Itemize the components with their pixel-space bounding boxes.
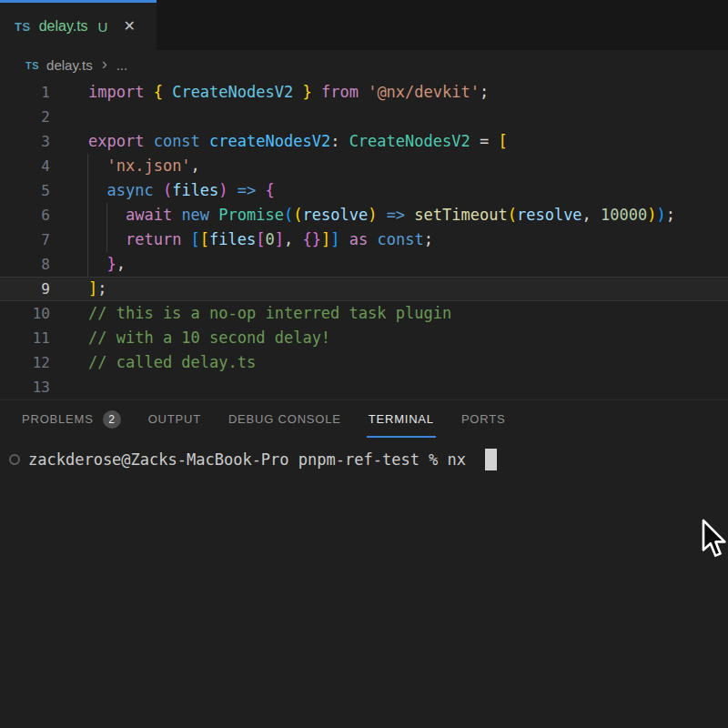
code-line[interactable]: 9]; — [0, 277, 728, 301]
code-token: export — [88, 132, 154, 150]
line-number[interactable]: 5 — [0, 178, 50, 203]
code-token: [ — [191, 230, 200, 248]
code-line[interactable]: 13 — [0, 375, 728, 399]
line-number[interactable]: 12 — [0, 350, 50, 375]
line-number[interactable]: 13 — [0, 375, 50, 399]
code-token: => — [228, 181, 266, 199]
code-token: ] — [321, 230, 330, 248]
code-token: ; — [424, 230, 433, 248]
code-token — [88, 255, 106, 273]
git-untracked-badge: U — [98, 19, 108, 35]
code-token: } — [302, 83, 311, 101]
code-line-text: ]; — [50, 278, 107, 300]
code-token: ( — [508, 206, 517, 224]
code-token: , — [116, 255, 126, 273]
code-token: CreateNodesV2 — [172, 83, 293, 101]
code-line[interactable]: 2 — [0, 105, 728, 129]
code-token: import — [88, 83, 154, 101]
bottom-panel: PROBLEMS 2 OUTPUT DEBUG CONSOLE TERMINAL… — [0, 399, 728, 472]
code-line[interactable]: 1import { CreateNodesV2 } from '@nx/devk… — [0, 80, 728, 105]
tab-problems[interactable]: PROBLEMS 2 — [20, 400, 123, 438]
code-line-text — [50, 375, 88, 399]
code-line[interactable]: 8 }, — [0, 252, 728, 277]
code-token: from — [312, 83, 368, 101]
code-token: 10000 — [601, 206, 647, 224]
code-token — [88, 157, 106, 175]
code-token — [88, 181, 106, 199]
code-line-text: // called delay.ts — [50, 350, 256, 375]
code-token: setTimeout — [414, 206, 507, 224]
code-token: 'nx.json' — [106, 157, 190, 175]
code-token: createNodesV2 — [209, 132, 330, 150]
code-line-text: export const createNodesV2: CreateNodesV… — [50, 129, 508, 154]
indent-guide — [106, 203, 107, 252]
code-token: [ — [256, 230, 265, 248]
line-number[interactable]: 9 — [0, 278, 50, 300]
code-token: files — [209, 230, 256, 248]
typescript-file-icon: TS — [25, 60, 39, 71]
command-decoration-icon[interactable] — [9, 454, 20, 465]
close-icon[interactable]: ✕ — [123, 19, 135, 34]
line-number[interactable]: 2 — [0, 105, 50, 129]
line-number[interactable]: 6 — [0, 203, 50, 228]
line-number[interactable]: 11 — [0, 326, 50, 350]
line-number[interactable]: 3 — [0, 129, 50, 154]
tab-filename: delay.ts — [39, 18, 88, 35]
code-line[interactable]: 5 async (files) => { — [0, 178, 728, 203]
code-line[interactable]: 7 return [[files[0], {}]] as const; — [0, 228, 728, 252]
code-token: resolve — [517, 206, 582, 224]
code-token: , — [284, 230, 302, 248]
code-token: : — [330, 132, 349, 150]
code-token: ) — [218, 181, 228, 199]
tab-terminal-label: TERMINAL — [369, 412, 434, 426]
code-token: 0 — [266, 230, 275, 248]
tab-delay-ts[interactable]: TS delay.ts U ✕ — [0, 0, 157, 50]
code-line-text — [50, 105, 88, 129]
code-token: ( — [284, 206, 293, 224]
code-token: [ — [200, 230, 209, 248]
code-line[interactable]: 10// this is a no-op interred task plugi… — [0, 301, 728, 326]
breadcrumb-symbol-ellipsis[interactable]: ... — [116, 57, 128, 73]
tab-output[interactable]: OUTPUT — [147, 400, 203, 438]
code-line-text: await new Promise((resolve) => setTimeou… — [50, 203, 675, 228]
code-token: ; — [97, 279, 106, 298]
code-token: Promise — [218, 206, 284, 224]
line-number[interactable]: 8 — [0, 252, 50, 277]
code-line-text: // with a 10 second delay! — [50, 326, 330, 350]
breadcrumb-file[interactable]: delay.ts — [46, 57, 93, 73]
tab-output-label: OUTPUT — [148, 412, 201, 426]
terminal-view[interactable]: zackderose@Zacks-MacBook-Pro pnpm-ref-te… — [0, 438, 728, 472]
tab-debug-console[interactable]: DEBUG CONSOLE — [227, 400, 343, 438]
code-token: ) — [657, 206, 666, 224]
line-number[interactable]: 7 — [0, 228, 50, 252]
code-token: resolve — [302, 206, 368, 224]
code-token: const — [377, 230, 423, 248]
tab-ports[interactable]: PORTS — [460, 400, 508, 438]
code-token: ] — [275, 230, 284, 248]
code-line[interactable]: 12// called delay.ts — [0, 350, 728, 375]
code-line-text: async (files) => { — [50, 178, 275, 203]
code-line-text: // this is a no-op interred task plugin — [50, 301, 451, 326]
code-line[interactable]: 3export const createNodesV2: CreateNodes… — [0, 129, 728, 154]
code-token: as — [340, 230, 378, 248]
code-token: files — [172, 181, 218, 199]
code-token: ] — [88, 279, 97, 298]
code-token: // this is a no-op interred task plugin — [88, 304, 451, 322]
code-editor[interactable]: 1import { CreateNodesV2 } from '@nx/devk… — [0, 80, 728, 399]
chevron-right-icon: › — [100, 56, 109, 75]
code-token: ] — [330, 230, 339, 248]
code-token: await — [126, 206, 181, 224]
code-line[interactable]: 6 await new Promise((resolve) => setTime… — [0, 203, 728, 228]
code-token — [293, 83, 302, 101]
code-line[interactable]: 4 'nx.json', — [0, 154, 728, 178]
line-number[interactable]: 1 — [0, 80, 50, 105]
line-number[interactable]: 4 — [0, 154, 50, 178]
terminal-prompt-text: zackderose@Zacks-MacBook-Pro pnpm-ref-te… — [28, 450, 475, 469]
code-token: = — [470, 132, 499, 150]
line-number[interactable]: 10 — [0, 301, 50, 326]
code-line[interactable]: 11// with a 10 second delay! — [0, 326, 728, 350]
code-token: ( — [163, 181, 172, 199]
tab-terminal[interactable]: TERMINAL — [367, 400, 436, 438]
code-token: { — [266, 181, 275, 199]
code-lines: 1import { CreateNodesV2 } from '@nx/devk… — [0, 80, 728, 399]
